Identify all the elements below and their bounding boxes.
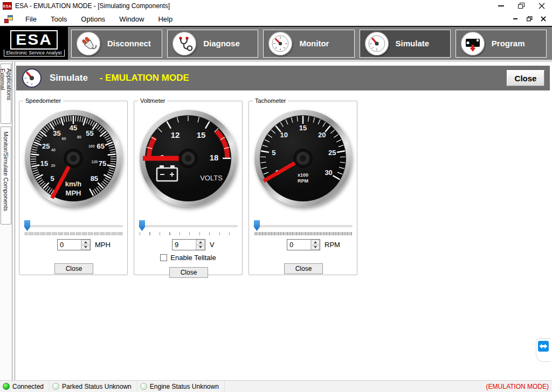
speed-slider[interactable] bbox=[23, 220, 124, 232]
stethoscope-icon bbox=[172, 32, 196, 55]
page-close-button[interactable]: Close bbox=[507, 70, 544, 86]
spin-up-button[interactable] bbox=[81, 240, 90, 245]
svg-text:25: 25 bbox=[42, 142, 50, 150]
restore-icon bbox=[518, 3, 525, 9]
spin-down-button[interactable] bbox=[81, 245, 90, 250]
svg-text:5: 5 bbox=[272, 149, 275, 157]
svg-text:80: 80 bbox=[77, 135, 81, 139]
spin-up-button[interactable] bbox=[311, 240, 320, 245]
speed-value-input[interactable] bbox=[57, 239, 91, 250]
rpm-value-field[interactable] bbox=[287, 240, 310, 250]
teamviewer-icon bbox=[538, 341, 549, 352]
menu-window[interactable]: Window bbox=[112, 13, 151, 25]
tab-label: External Applications bbox=[0, 68, 12, 119]
program-button[interactable]: Program bbox=[456, 30, 547, 58]
menu-help[interactable]: Help bbox=[151, 13, 180, 25]
voltmeter-gauge: 9121518VOLTS bbox=[140, 110, 237, 207]
slider-thumb[interactable] bbox=[24, 220, 30, 231]
slider-thumb[interactable] bbox=[254, 220, 260, 231]
menu-tools[interactable]: Tools bbox=[44, 13, 74, 25]
parked-led-icon bbox=[52, 383, 59, 390]
speedometer-close-button[interactable]: Close bbox=[54, 263, 93, 274]
groupbox-title: Voltmeter bbox=[138, 97, 167, 104]
svg-text:60: 60 bbox=[62, 137, 66, 141]
mdi-child-icon[interactable] bbox=[4, 15, 13, 23]
slider-track bbox=[24, 225, 123, 227]
groupbox-title: Speedometer bbox=[23, 97, 63, 104]
toolbar-button-label: Monitor bbox=[299, 39, 329, 48]
tab-external-applications[interactable]: External Applications bbox=[1, 64, 11, 124]
toolbar-button-label: Simulate bbox=[396, 39, 430, 48]
page-title: Simulate bbox=[50, 73, 88, 83]
svg-text:x100: x100 bbox=[298, 172, 308, 178]
close-window-button[interactable] bbox=[532, 0, 552, 12]
enable-telltale-checkbox[interactable] bbox=[160, 254, 167, 261]
slider-tick-marks bbox=[140, 232, 238, 235]
svg-text:18: 18 bbox=[210, 153, 219, 162]
svg-text:120: 120 bbox=[92, 160, 98, 164]
esa-logo-text: ESA bbox=[16, 32, 52, 47]
svg-text:15: 15 bbox=[40, 159, 48, 167]
speed-value-field[interactable] bbox=[58, 240, 81, 250]
close-icon bbox=[541, 16, 546, 22]
volt-slider[interactable] bbox=[137, 220, 239, 232]
rpm-value-input[interactable] bbox=[287, 239, 320, 250]
main-toolbar: ESA Electronic Service Analyst Disconnec… bbox=[0, 26, 552, 60]
window-title: ESA - EMULATION MODE - [Simulating Compo… bbox=[15, 2, 170, 10]
status-bar: Connected Parked Status Unknown Engine S… bbox=[0, 380, 552, 392]
toolbar-button-label: Diagnose bbox=[203, 39, 240, 48]
simulate-page: Simulate - EMULATION MODE Close Speedome… bbox=[15, 62, 552, 380]
svg-text:55: 55 bbox=[86, 129, 93, 137]
svg-text:65: 65 bbox=[97, 142, 105, 150]
spin-down-button[interactable] bbox=[311, 245, 320, 250]
speedometer-panel: Speedometer 5152535455565758520406080100… bbox=[19, 101, 128, 275]
side-tab-strip: External Applications Monitor/Simulate C… bbox=[0, 62, 12, 380]
emulation-mode-label: - EMULATION MODE bbox=[100, 73, 189, 83]
svg-text:15: 15 bbox=[299, 124, 307, 132]
close-icon bbox=[539, 3, 545, 9]
tachometer-panel: Tachometer 051015202530x100RPM RPM bbox=[249, 101, 357, 275]
gauge-simulate-icon bbox=[22, 68, 42, 88]
menu-bar: File Tools Options Window Help bbox=[0, 12, 552, 26]
menu-file[interactable]: File bbox=[18, 13, 44, 25]
svg-text:75: 75 bbox=[99, 159, 106, 167]
svg-text:km/h: km/h bbox=[65, 180, 81, 188]
status-label: Engine Status Unknown bbox=[150, 383, 219, 390]
slider-tick-marks bbox=[254, 232, 353, 235]
child-close-button[interactable] bbox=[539, 15, 548, 23]
engine-led-icon bbox=[140, 383, 147, 390]
svg-text:RPM: RPM bbox=[298, 178, 308, 184]
child-minimize-button[interactable] bbox=[511, 15, 520, 23]
spin-up-button[interactable] bbox=[196, 240, 205, 245]
emulation-mode-status: (EMULATION MODE) bbox=[486, 383, 552, 390]
diagnose-button[interactable]: Diagnose bbox=[167, 30, 258, 58]
slider-thumb[interactable] bbox=[139, 220, 145, 231]
tachometer-close-button[interactable]: Close bbox=[284, 263, 323, 274]
connected-led-icon bbox=[3, 383, 10, 390]
menu-options[interactable]: Options bbox=[74, 13, 112, 25]
svg-text:85: 85 bbox=[91, 174, 98, 183]
esa-logo-subtitle: Electronic Service Analyst bbox=[4, 50, 65, 57]
disconnect-button[interactable]: Disconnect bbox=[71, 30, 162, 58]
rpm-slider[interactable] bbox=[252, 220, 354, 232]
monitor-button[interactable]: Monitor bbox=[263, 30, 354, 58]
minimize-button[interactable] bbox=[491, 0, 511, 12]
svg-text:20: 20 bbox=[318, 131, 326, 139]
unit-label: MPH bbox=[95, 241, 111, 249]
tab-label: Monitor/Simulate Components bbox=[3, 131, 9, 211]
parked-status: Parked Status Unknown bbox=[50, 381, 137, 392]
teamviewer-flyout[interactable] bbox=[536, 338, 550, 362]
enable-telltale-label: Enable Telltale bbox=[170, 254, 216, 262]
restore-button[interactable] bbox=[511, 0, 532, 12]
slider-track bbox=[139, 225, 238, 227]
tab-monitor-simulate-components[interactable]: Monitor/Simulate Components bbox=[1, 127, 11, 225]
volt-value-input[interactable] bbox=[172, 239, 205, 250]
spin-down-button[interactable] bbox=[196, 245, 205, 250]
voltmeter-close-button[interactable]: Close bbox=[169, 267, 208, 278]
tachometer-gauge: 051015202530x100RPM bbox=[254, 110, 351, 207]
child-restore-button[interactable] bbox=[525, 15, 534, 23]
slider-tick-marks bbox=[25, 232, 123, 235]
simulate-button[interactable]: Simulate bbox=[360, 30, 451, 58]
volt-value-field[interactable] bbox=[172, 240, 196, 250]
title-bar: ESA ESA - EMULATION MODE - [Simulating C… bbox=[0, 0, 552, 12]
